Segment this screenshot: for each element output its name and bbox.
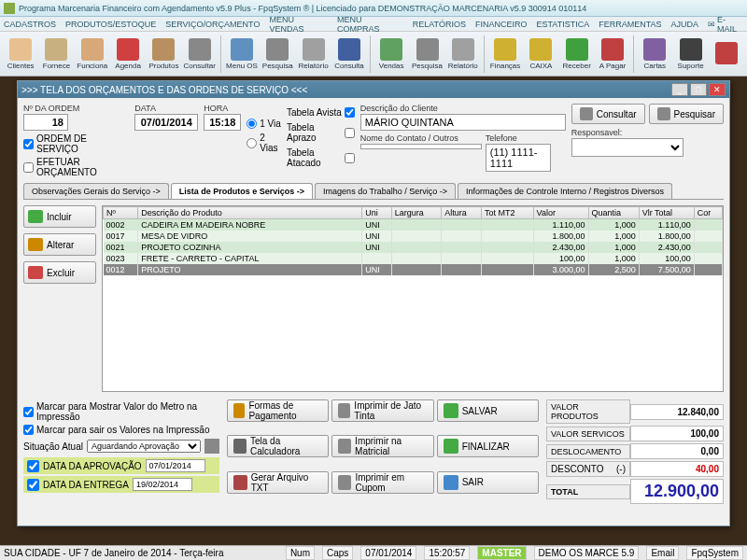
sair-button[interactable]: SAIR [437,471,539,494]
save-icon [444,403,458,418]
time-input[interactable]: 15:18 [204,114,241,131]
telefone-input[interactable]: (11) 1111-1111 [486,144,551,172]
menu-financeiro[interactable]: FINANCEIRO [475,20,528,29]
table-row[interactable]: 0023FRETE - CARRETO - CAPITAL100,001,000… [104,253,723,264]
table-row[interactable]: 0021PROJETO COZINHAUNI2.430,001,0002.430… [104,242,723,253]
caps-indicator: Caps [322,546,353,560]
printer-icon [338,403,350,418]
toolbar-cartas[interactable]: Cartas [638,34,671,75]
desconto: 40,00 [630,461,724,477]
toolbar-icon [152,38,175,61]
responsavel-select[interactable] [571,138,684,157]
menu-relatorios[interactable]: RELATÓRIOS [413,20,466,29]
toolbar-a pagar[interactable]: A Pagar [596,34,629,75]
tab-observacoes[interactable]: Observações Gerais do Serviço -> [23,183,169,199]
toolbar-pesquisa[interactable]: Pesquisa [261,34,294,75]
menu-vendas[interactable]: MENU VENDAS [269,15,328,34]
tabela-aprazo-check[interactable] [345,128,355,138]
imprimir-jato-button[interactable]: Imprimir de Jato Tinta [331,399,433,422]
mostrar-metro-check[interactable] [23,407,34,417]
minimize-button[interactable]: _ [671,83,688,96]
maximize-button[interactable]: □ [690,83,707,96]
check-icon [444,439,458,454]
menu-estatistica[interactable]: ESTATISTICA [537,20,590,29]
plus-icon [28,210,43,223]
pesquisar-button[interactable]: Pesquisar [649,104,724,124]
tab-imagens[interactable]: Imagens do Trabalho / Serviço -> [315,183,456,199]
toolbar-icon [566,38,588,61]
table-row[interactable]: 0012PROJETOUNI3.000,002,5007.500,00 [104,264,723,275]
menu-produtos[interactable]: PRODUTOS/ESTOQUE [65,20,156,29]
consultar-button[interactable]: Consultar [571,104,645,124]
excluir-button[interactable]: Excluir [23,261,96,284]
sair-valores-check[interactable] [23,425,34,435]
toolbar-finanças[interactable]: Finanças [488,34,522,75]
menu-servico[interactable]: SERVIÇO/ORÇAMENTO [165,20,260,29]
contato-input[interactable] [360,144,482,149]
imprimir-cupom-button[interactable]: Imprimir em Cupom [331,471,433,494]
toolbar-produtos[interactable]: Produtos [147,34,180,75]
tabela-atacado-check[interactable] [345,153,355,163]
toolbar-icon [266,38,289,61]
date-input[interactable]: 07/01/2014 [134,114,198,131]
close-button[interactable]: ✕ [709,83,726,96]
menu-ajuda[interactable]: AJUDA [671,20,699,29]
data-entrega-check[interactable] [27,479,39,491]
data-entrega-input[interactable]: 19/02/2014 [133,478,192,491]
data-aprov-input[interactable]: 07/01/2014 [146,459,205,472]
cliente-input[interactable]: MÁRIO QUINTANA [360,114,566,131]
data-aprov-check[interactable] [27,460,39,472]
toolbar-consulta[interactable]: Consulta [332,34,366,75]
toolbar-icon [715,42,738,64]
fpq-label[interactable]: FpqSystem [686,546,743,560]
toolbar-funciona[interactable]: Funciona [76,34,109,75]
tabela-avista-check[interactable] [345,107,355,118]
order-num-input[interactable]: 18 [23,114,68,131]
toolbar-vendas[interactable]: Vendas [374,34,408,75]
menu-compras[interactable]: MENU COMPRAS [337,15,403,34]
formas-pagamento-button[interactable]: Formas de Pagamento [227,399,329,422]
toolbar-pesquisa[interactable]: Pesquisa [410,34,444,75]
salvar-button[interactable]: SALVAR [437,399,539,422]
toolbar-suporte[interactable]: Suporte [673,34,707,75]
toolbar-receber[interactable]: Receber [560,34,594,75]
product-grid[interactable]: NºDescrição do ProdutoUniLarguraAlturaTo… [102,205,724,392]
toolbar-clientes[interactable]: Clientes [4,34,37,75]
ordem-servico-check[interactable] [23,139,34,149]
printer-icon [338,475,351,490]
calculadora-button[interactable]: Tela da Calculadora [227,435,329,457]
toolbar-relatório[interactable]: Relatório [446,34,480,75]
table-row[interactable]: 0002CADEIRA EM MADEIRA NOBREUNI1.110,001… [104,219,723,231]
tab-controle[interactable]: Informações de Controle Interno / Regist… [458,183,672,199]
search-icon [580,107,593,120]
via2-radio[interactable] [247,138,257,148]
toolbar-caixa[interactable]: CAIXA [524,34,557,75]
toolbar-menu os[interactable]: Menu OS [225,34,259,75]
incluir-button[interactable]: Incluir [23,205,96,228]
date-label: DATA [134,104,198,113]
toolbar-consultar[interactable]: Consultar [183,34,217,75]
status-time: 15:20:57 [424,546,470,560]
toolbar-exit[interactable] [710,34,743,75]
tab-produtos[interactable]: Lista de Produtos e Serviços -> [171,183,313,199]
email-status[interactable]: Email [646,546,679,560]
printer-icon [338,439,351,454]
toolbar-agenda[interactable]: Agenda [111,34,145,75]
menu-ferramentas[interactable]: FERRAMENTAS [599,20,661,29]
toolbar-icon [680,38,702,61]
situacao-select[interactable]: Aguardando Aprovação [87,440,201,453]
efetuar-orcamento-check[interactable] [23,162,34,173]
gear-icon[interactable] [204,439,219,454]
toolbar-fornece[interactable]: Fornece [39,34,73,75]
table-row[interactable]: 0017MESA DE VIDROUNI1.800,001,0001.800,0… [104,231,723,242]
menu-email[interactable]: ✉ E-MAIL [708,15,743,34]
main-toolbar: ClientesForneceFuncionaAgendaProdutosCon… [0,32,747,77]
toolbar-relatório[interactable]: Relatório [296,34,330,75]
via1-radio[interactable] [247,119,257,129]
gerar-txt-button[interactable]: Gerar Arquivo TXT [227,471,329,494]
imprimir-matricial-button[interactable]: Imprimir na Matricial [331,435,433,457]
finalizar-button[interactable]: FINALIZAR [437,435,539,457]
deslocamento: 0,00 [630,443,724,459]
menu-cadastros[interactable]: CADASTROS [4,20,56,29]
alterar-button[interactable]: Alterar [23,233,96,256]
